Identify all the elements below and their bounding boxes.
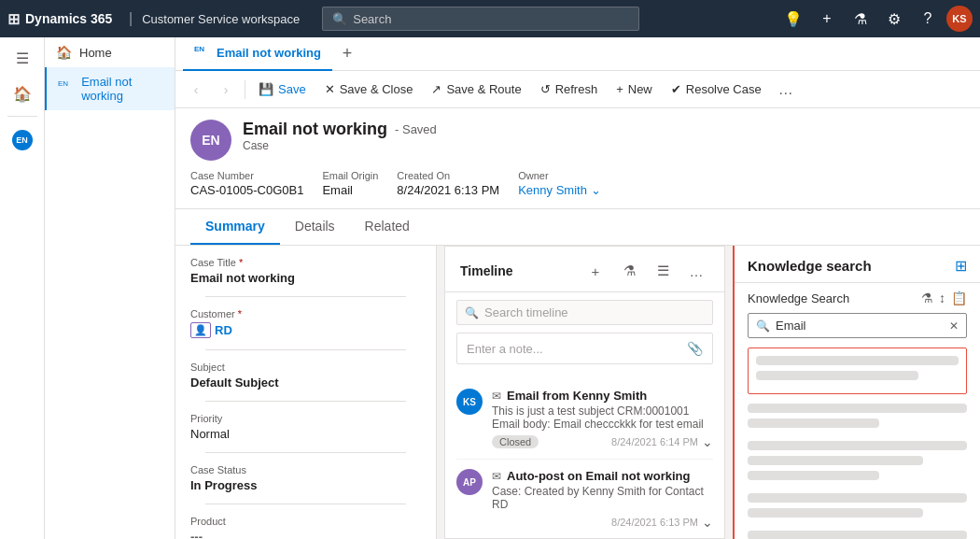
case-title-area: Email not working - Saved Case <box>243 120 965 152</box>
content-area: Case Title Email not working Customer 👤 … <box>175 246 980 539</box>
skeleton-line <box>748 441 967 450</box>
settings-icon[interactable]: ⚙ <box>879 4 909 34</box>
help-icon[interactable]: ? <box>913 4 943 34</box>
nav-active-item[interactable]: EN Email not working <box>45 67 175 110</box>
home-label: Home <box>79 46 112 60</box>
knowledge-search-icon: 🔍 <box>756 319 770 333</box>
timeline-item-header-2: ✉ Auto-post on Email not working <box>492 469 713 483</box>
tab-bar: EN Email not working + <box>175 37 980 71</box>
main-content: EN Email not working + ‹ › 💾 Save ✕ Save… <box>175 37 980 539</box>
back-button[interactable]: ‹ <box>183 77 209 103</box>
owner-value[interactable]: Kenny Smith ⌄ <box>518 183 601 197</box>
en-badge: EN <box>12 130 33 150</box>
knowledge-result-highlighted <box>748 348 967 394</box>
add-icon[interactable]: + <box>812 4 842 34</box>
knowledge-filter-icon[interactable]: ⚗ <box>921 291 933 305</box>
timeline-item-header-1: ✉ Email from Kenny Smith <box>492 389 713 403</box>
timeline-search-input[interactable] <box>484 305 705 319</box>
product-value[interactable]: --- <box>190 530 421 539</box>
timeline-expand-1[interactable]: ⌄ <box>702 434 713 449</box>
case-title-field: Case Title Email not working <box>190 257 421 285</box>
skeleton-line <box>748 456 923 465</box>
hamburger-icon[interactable]: ☰ <box>4 41 41 75</box>
priority-value[interactable]: Normal <box>190 427 421 441</box>
customer-field: Customer 👤 RD <box>190 308 421 338</box>
subject-label: Subject <box>190 362 421 373</box>
add-tab-button[interactable]: + <box>332 37 362 71</box>
subject-value[interactable]: Default Subject <box>190 376 421 390</box>
resolve-icon: ✔ <box>671 82 681 96</box>
global-search-box[interactable]: 🔍 <box>322 7 639 31</box>
form-section-main: Case Title Email not working Customer 👤 … <box>175 246 436 539</box>
timeline-item-title-2: Auto-post on Email not working <box>507 469 690 483</box>
save-button[interactable]: 💾 Save <box>251 78 314 101</box>
timeline-more-button[interactable]: … <box>683 258 709 284</box>
email-icon-2: ✉ <box>492 470 501 483</box>
refresh-button[interactable]: ↺ Refresh <box>533 78 606 101</box>
owner-label: Owner <box>518 170 601 181</box>
knowledge-view-icon[interactable]: 📋 <box>951 291 967 305</box>
timeline-add-button[interactable]: + <box>582 258 609 284</box>
active-item-badge: EN <box>58 79 74 98</box>
case-saved-status: - Saved <box>395 122 437 136</box>
tab-details[interactable]: Details <box>280 209 350 245</box>
toolbar-separator-1 <box>245 80 245 99</box>
app-container: ☰ 🏠 EN 🏠 Home EN Email not working EN Em… <box>0 37 980 539</box>
knowledge-clear-button[interactable]: ✕ <box>949 319 959 333</box>
app-logo[interactable]: ⊞ Dynamics 365 <box>7 10 119 28</box>
knowledge-search-box[interactable]: 🔍 ✕ <box>748 313 967 338</box>
home-icon[interactable]: 🏠 <box>4 77 41 110</box>
tab-label: Email not working <box>217 46 321 60</box>
divider-4 <box>205 452 406 453</box>
knowledge-search-input[interactable] <box>776 319 944 333</box>
resolve-case-button[interactable]: ✔ Resolve Case <box>664 78 769 101</box>
divider-3 <box>205 401 406 402</box>
search-input[interactable] <box>353 12 629 26</box>
lightbulb-icon[interactable]: 💡 <box>778 4 808 34</box>
knowledge-grid-icon[interactable]: ⊞ <box>955 257 967 275</box>
tab-related[interactable]: Related <box>350 209 425 245</box>
knowledge-sub-header: Knowledge Search ⚗ ↕ 📋 <box>735 283 980 313</box>
knowledge-results <box>735 348 980 539</box>
owner-field: Owner Kenny Smith ⌄ <box>518 170 601 197</box>
priority-label: Priority <box>190 413 421 424</box>
attachment-icon[interactable]: 📎 <box>687 341 703 356</box>
skeleton-line <box>756 356 959 365</box>
top-nav-actions: 💡 + ⚗ ⚙ ? KS <box>778 4 973 34</box>
case-status-value[interactable]: In Progress <box>190 478 421 492</box>
refresh-icon: ↺ <box>540 82 551 96</box>
timeline-item-content-2: ✉ Auto-post on Email not working Case: C… <box>492 469 713 530</box>
tab-email-not-working[interactable]: EN Email not working <box>183 37 332 71</box>
timeline-sort-button[interactable]: ☰ <box>650 258 676 284</box>
subject-field: Subject Default Subject <box>190 362 421 390</box>
case-avatar: EN <box>190 120 231 161</box>
new-button[interactable]: + New <box>609 78 660 101</box>
knowledge-sort-icon[interactable]: ↕ <box>939 291 945 305</box>
case-title-field-value[interactable]: Email not working <box>190 271 421 285</box>
product-field: Product --- <box>190 516 421 539</box>
forward-button[interactable]: › <box>213 77 239 103</box>
timeline-filter-button[interactable]: ⚗ <box>616 258 642 284</box>
nav-email-not-working[interactable]: EN <box>0 126 44 154</box>
email-origin-label: Email Origin <box>322 170 378 181</box>
case-meta: Case Number CAS-01005-C0G0B1 Email Origi… <box>190 170 965 197</box>
toolbar: ‹ › 💾 Save ✕ Save & Close ↗ Save & Route… <box>175 71 980 108</box>
app-name: Dynamics 365 <box>25 11 112 26</box>
timeline-search-box[interactable]: 🔍 <box>456 300 713 325</box>
note-input-area[interactable]: Enter a note... 📎 <box>456 333 713 364</box>
tab-summary[interactable]: Summary <box>190 209 280 245</box>
skeleton-line <box>748 418 879 428</box>
timeline-expand-2[interactable]: ⌄ <box>702 515 713 530</box>
skeleton-line <box>748 531 967 539</box>
divider-2 <box>205 349 406 350</box>
save-route-button[interactable]: ↗ Save & Route <box>424 78 528 101</box>
filter-icon[interactable]: ⚗ <box>846 4 875 34</box>
customer-value[interactable]: 👤 RD <box>190 322 421 338</box>
timeline-panel: Timeline + ⚗ ☰ … 🔍 Enter a note... 📎 <box>444 246 725 539</box>
more-actions-button[interactable]: … <box>773 77 799 103</box>
save-close-button[interactable]: ✕ Save & Close <box>317 78 421 101</box>
case-title-label: Case Title <box>190 257 421 268</box>
timeline-avatar-2: AP <box>456 469 483 495</box>
user-avatar[interactable]: KS <box>946 6 973 32</box>
nav-home[interactable]: 🏠 Home <box>45 37 175 67</box>
